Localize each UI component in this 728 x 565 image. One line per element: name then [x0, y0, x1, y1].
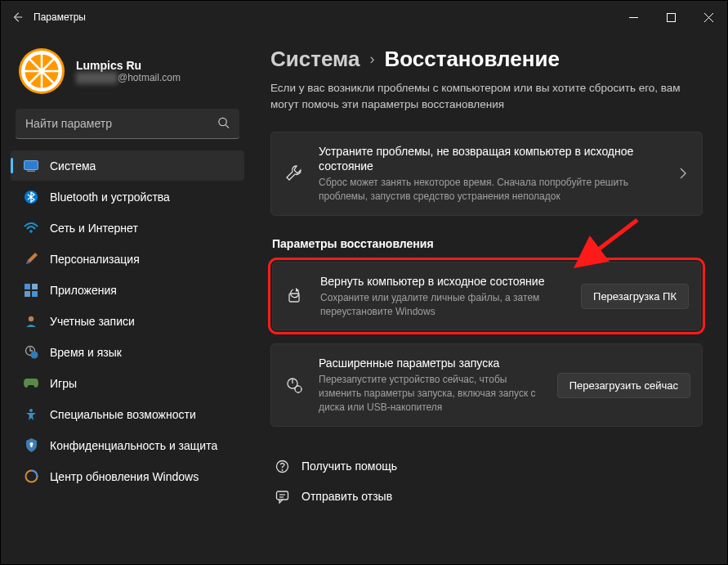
feedback-link[interactable]: Отправить отзыв — [270, 482, 703, 512]
arrow-left-icon — [11, 11, 23, 23]
close-icon — [704, 13, 713, 22]
profile-block[interactable]: Lumpics Ru ██████@hotmail.com — [7, 45, 248, 109]
svg-rect-16 — [25, 284, 30, 289]
nav-gaming[interactable]: Игры — [11, 368, 244, 398]
link-label: Получить помощь — [301, 460, 397, 473]
card-title: Вернуть компьютер в исходное состояние — [320, 274, 568, 289]
highlight-annotation: Вернуть компьютер в исходное состояние С… — [270, 260, 703, 332]
nav-personalization[interactable]: Персонализация — [11, 244, 244, 274]
nav-label: Игры — [50, 377, 77, 390]
nav-bluetooth[interactable]: Bluetooth и устройства — [11, 182, 244, 212]
nav-label: Сеть и Интернет — [50, 222, 138, 235]
svg-rect-1 — [667, 13, 675, 21]
svg-rect-17 — [32, 284, 38, 289]
svg-point-40 — [281, 469, 283, 471]
reset-icon — [284, 287, 307, 305]
svg-point-15 — [29, 230, 33, 233]
page-description: Если у вас возникли проблемы с компьютер… — [270, 80, 695, 114]
paintbrush-icon — [24, 252, 38, 267]
troubleshoot-card[interactable]: Устраните проблемы, не возвращая компьют… — [270, 132, 703, 216]
nav-list: Система Bluetooth и устройства Сеть и Ин… — [7, 150, 248, 491]
search-input[interactable] — [16, 109, 239, 139]
avatar — [19, 48, 65, 94]
nav-time-language[interactable]: Время и язык — [11, 337, 244, 367]
close-button[interactable] — [690, 1, 727, 34]
power-gear-icon — [283, 376, 306, 394]
minimize-button[interactable] — [614, 1, 652, 34]
svg-line-9 — [29, 58, 55, 84]
profile-email: ██████@hotmail.com — [76, 72, 181, 83]
bluetooth-icon — [24, 190, 38, 204]
card-desc: Сохраните или удалите личные файлы, а за… — [320, 291, 568, 319]
restart-now-button[interactable]: Перезагрузить сейчас — [557, 373, 690, 398]
section-header: Параметры восстановления — [272, 237, 703, 250]
nav-label: Приложения — [50, 284, 117, 297]
sidebar: Lumpics Ru ██████@hotmail.com Система Bl… — [1, 34, 254, 564]
svg-rect-12 — [25, 160, 38, 169]
nav-label: Конфиденциальность и защита — [50, 439, 217, 452]
profile-name: Lumpics Ru — [76, 59, 181, 72]
nav-label: Bluetooth и устройства — [50, 191, 170, 204]
wrench-icon — [283, 164, 306, 182]
wifi-icon — [24, 221, 38, 235]
svg-rect-18 — [25, 291, 30, 297]
card-title: Устраните проблемы, не возвращая компьют… — [319, 144, 663, 175]
person-icon — [24, 314, 38, 329]
titlebar: Параметры — [1, 1, 727, 34]
nav-windows-update[interactable]: Центр обновления Windows — [11, 461, 244, 491]
card-title: Расширенные параметры запуска — [319, 356, 544, 371]
svg-rect-19 — [32, 291, 38, 297]
nav-label: Персонализация — [50, 253, 140, 266]
nav-accounts[interactable]: Учетные записи — [11, 306, 244, 336]
svg-point-23 — [29, 409, 33, 412]
reset-pc-button[interactable]: Перезагрузка ПК — [581, 284, 689, 309]
svg-point-34 — [295, 386, 301, 392]
help-icon — [274, 460, 290, 473]
shield-icon — [24, 438, 38, 453]
gamepad-icon — [24, 376, 38, 391]
orange-slice-icon — [19, 48, 65, 94]
get-help-link[interactable]: Получить помощь — [270, 451, 703, 482]
nav-apps[interactable]: Приложения — [11, 275, 244, 305]
feedback-icon — [274, 490, 290, 504]
nav-label: Специальные возможности — [50, 408, 196, 421]
update-icon — [24, 469, 38, 484]
breadcrumb-parent[interactable]: Система — [270, 47, 360, 72]
svg-point-20 — [29, 316, 33, 321]
maximize-button[interactable] — [652, 1, 690, 34]
chevron-right-icon: › — [369, 51, 374, 68]
nav-network[interactable]: Сеть и Интернет — [11, 213, 244, 243]
nav-system[interactable]: Система — [11, 150, 244, 181]
nav-accessibility[interactable]: Специальные возможности — [11, 399, 244, 429]
svg-point-4 — [20, 49, 64, 93]
nav-label: Центр обновления Windows — [50, 470, 199, 483]
card-desc: Сброс может занять некоторое время. Снач… — [319, 176, 663, 204]
clock-globe-icon — [24, 345, 38, 360]
svg-rect-41 — [276, 491, 288, 500]
svg-point-5 — [24, 53, 60, 89]
svg-line-8 — [29, 58, 55, 84]
link-label: Отправить отзыв — [301, 490, 392, 503]
svg-line-11 — [226, 124, 229, 128]
chevron-right-icon — [676, 168, 690, 179]
card-desc: Перезапустите устройство сейчас, чтобы и… — [319, 373, 544, 414]
reset-pc-card: Вернуть компьютер в исходное состояние С… — [272, 262, 701, 330]
maximize-icon — [667, 13, 676, 22]
main-content: Система › Восстановление Если у вас возн… — [254, 34, 727, 564]
nav-privacy[interactable]: Конфиденциальность и защита — [11, 430, 244, 460]
breadcrumb: Система › Восстановление — [270, 47, 703, 72]
system-icon — [24, 159, 38, 173]
minimize-icon — [629, 13, 638, 22]
search-box — [16, 109, 239, 139]
accessibility-icon — [24, 407, 38, 422]
advanced-startup-card: Расширенные параметры запуска Перезапуст… — [270, 343, 703, 426]
svg-point-10 — [219, 118, 226, 125]
svg-point-22 — [30, 352, 38, 359]
nav-label: Система — [50, 159, 96, 173]
svg-rect-13 — [27, 170, 35, 172]
back-button[interactable] — [1, 1, 33, 34]
svg-rect-25 — [30, 445, 32, 447]
apps-icon — [24, 283, 38, 298]
page-title: Восстановление — [384, 47, 559, 72]
nav-label: Учетные записи — [50, 315, 135, 328]
